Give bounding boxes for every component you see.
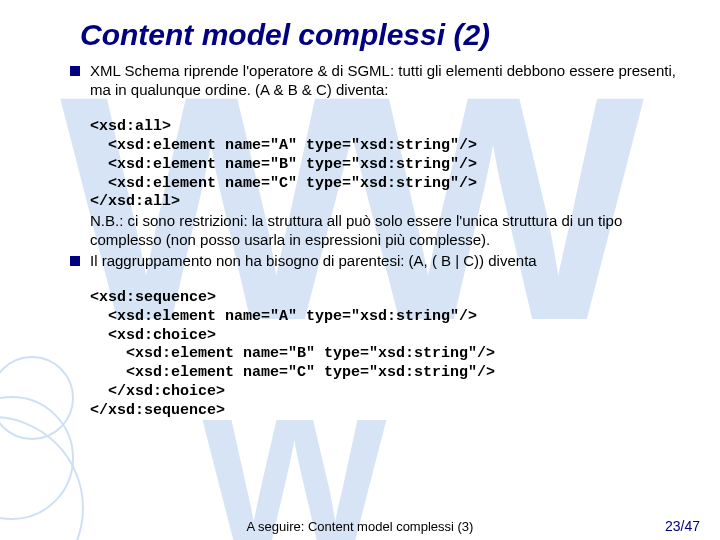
nb-text: N.B.: ci sono restrizioni: la struttura …: [90, 212, 622, 248]
bullet-1-text: XML Schema riprende l'operatore & di SGM…: [90, 62, 690, 250]
code2-l4: <xsd:element name="B" type="xsd:string"/…: [126, 345, 495, 362]
slide-title: Content model complessi (2): [80, 18, 690, 52]
code1-l2: <xsd:element name="A" type="xsd:string"/…: [108, 137, 477, 154]
bullet-2-text: Il raggruppamento non ha bisogno di pare…: [90, 252, 690, 421]
slide-body: Content model complessi (2) XML Schema r…: [0, 0, 720, 420]
code2-l2: <xsd:element name="A" type="xsd:string"/…: [108, 308, 477, 325]
code1-l3: <xsd:element name="B" type="xsd:string"/…: [108, 156, 477, 173]
bullet-1-para: XML Schema riprende l'operatore & di SGM…: [90, 62, 676, 98]
code1-l5: </xsd:all>: [90, 193, 180, 210]
code2-l6: </xsd:choice>: [108, 383, 225, 400]
code2-l1: <xsd:sequence>: [90, 289, 216, 306]
code-block-2: <xsd:sequence> <xsd:element name="A" typ…: [90, 270, 690, 420]
code-block-1: <xsd:all> <xsd:element name="A" type="xs…: [90, 100, 690, 213]
code2-l5: <xsd:element name="C" type="xsd:string"/…: [126, 364, 495, 381]
bullet-1: XML Schema riprende l'operatore & di SGM…: [70, 62, 690, 250]
bullet-icon: [70, 66, 80, 76]
code1-l4: <xsd:element name="C" type="xsd:string"/…: [108, 175, 477, 192]
code2-l7: </xsd:sequence>: [90, 402, 225, 419]
page-number: 23/47: [665, 518, 700, 534]
bullet-2: Il raggruppamento non ha bisogno di pare…: [70, 252, 690, 421]
footer-next-link: A seguire: Content model complessi (3): [0, 519, 720, 534]
bullet-icon: [70, 256, 80, 266]
bullet-2-para: Il raggruppamento non ha bisogno di pare…: [90, 252, 537, 269]
code1-l1: <xsd:all>: [90, 118, 171, 135]
code2-l3: <xsd:choice>: [108, 327, 216, 344]
slide-content: XML Schema riprende l'operatore & di SGM…: [70, 62, 690, 420]
